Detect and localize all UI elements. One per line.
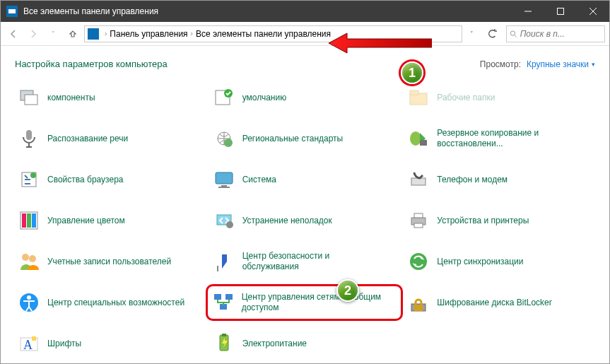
item-power-options[interactable]: Электропитание [210, 328, 401, 359]
item-color-management[interactable]: Управление цветом [15, 205, 206, 236]
default-programs-icon [213, 86, 235, 109]
item-label: Резервное копирование и восстановлени... [437, 128, 578, 149]
item-label: Управление цветом [47, 216, 125, 226]
item-speech[interactable]: Распознавание речи [15, 123, 206, 154]
item-phone-modem[interactable]: Телефон и модем [404, 164, 595, 195]
item-network-sharing-center[interactable]: Центр управления сетями и общим доступом [206, 284, 404, 321]
item-ease-of-access[interactable]: Центр специальных возможностей [15, 287, 206, 318]
svg-point-14 [30, 172, 36, 178]
phone-modem-icon [407, 168, 430, 191]
svg-point-28 [22, 254, 29, 261]
view-choice[interactable]: Крупные значки ▾ [527, 59, 595, 69]
svg-rect-27 [414, 223, 423, 228]
search-box[interactable] [506, 25, 605, 42]
crumb-control-panel[interactable]: Панель управления [110, 29, 187, 39]
search-input[interactable] [520, 29, 602, 39]
svg-rect-30 [217, 266, 218, 271]
nav-back-button[interactable] [5, 25, 22, 42]
annotation-badge-1: 1 [401, 61, 423, 84]
item-label: Региональные стандарты [242, 134, 344, 144]
security-center-icon [213, 250, 235, 273]
item-label: Шифрование диска BitLocker [437, 298, 551, 308]
svg-point-24 [226, 221, 233, 228]
item-system[interactable]: Система [210, 164, 401, 195]
fonts-icon: A [18, 332, 40, 355]
item-label: умолчанию [242, 93, 287, 103]
troubleshooting-icon [213, 209, 235, 232]
item-label: Рабочие папки [437, 93, 495, 103]
item-devices-printers[interactable]: Устройства и принтеры [404, 205, 595, 236]
heading-row: Настройка параметров компьютера Просмотр… [15, 59, 595, 69]
nav-recent-button[interactable]: ˅ [45, 25, 61, 42]
item-region[interactable]: Региональные стандарты [210, 123, 401, 154]
svg-rect-18 [411, 178, 426, 185]
view-label: Просмотр: [480, 59, 521, 69]
system-icon [213, 168, 235, 191]
search-icon [510, 30, 517, 38]
item-user-accounts[interactable]: Учетные записи пользователей [15, 246, 206, 277]
svg-rect-20 [22, 213, 26, 228]
ease-of-access-icon [18, 291, 40, 314]
item-bitlocker[interactable]: Шифрование диска BitLocker [404, 287, 595, 318]
svg-rect-17 [218, 187, 230, 188]
item-backup[interactable]: Резервное копирование и восстановлени... [404, 123, 595, 154]
devices-printers-icon [407, 209, 430, 232]
svg-point-10 [224, 139, 233, 147]
item-work-folders[interactable]: Рабочие папки [404, 82, 595, 113]
item-label: Система [242, 175, 276, 185]
refresh-button[interactable] [483, 25, 500, 42]
item-sync-center[interactable]: Центр синхронизации [404, 246, 595, 277]
svg-point-33 [27, 295, 31, 300]
svg-point-29 [29, 255, 36, 262]
annotation-arrow [326, 30, 432, 56]
minimize-button[interactable] [512, 1, 544, 22]
chevron-right-icon: › [191, 30, 193, 37]
user-accounts-icon [18, 250, 40, 273]
titlebar[interactable]: Все элементы панели управления [1, 1, 609, 22]
item-label: Учетные записи пользователей [47, 257, 171, 267]
svg-point-11 [410, 131, 421, 146]
power-options-icon [213, 332, 235, 355]
item-label: Шрифты [47, 339, 81, 349]
content-area: Настройка параметров компьютера Просмотр… [1, 46, 609, 363]
close-button[interactable] [577, 1, 609, 22]
annotation-badge-2: 2 [336, 279, 359, 302]
svg-point-1 [510, 31, 515, 35]
svg-rect-34 [214, 294, 221, 300]
svg-point-31 [410, 253, 427, 270]
item-label: Телефон и модем [437, 175, 508, 185]
item-label: Центр безопасности и обслуживания [242, 251, 384, 272]
window-title: Все элементы панели управления [23, 6, 512, 16]
item-fonts[interactable]: A Шрифты [15, 328, 206, 359]
color-icon [18, 209, 40, 232]
item-troubleshooting[interactable]: Устранение неполадок [210, 205, 401, 236]
crumb-all-items[interactable]: Все элементы панели управления [196, 29, 331, 39]
maximize-button[interactable] [544, 1, 577, 22]
svg-rect-22 [32, 213, 36, 228]
svg-rect-15 [216, 172, 233, 184]
item-label: Центр управления сетями и общим доступом [242, 292, 383, 313]
badge-text: 1 [409, 66, 416, 81]
address-history-button[interactable]: ˅ [465, 25, 478, 42]
svg-rect-26 [414, 213, 423, 218]
chevron-down-icon: ▾ [592, 61, 595, 68]
work-folders-icon [407, 86, 430, 109]
chevron-right-icon: › [105, 30, 107, 37]
address-bar: ˅ › Панель управления › Все элементы пан… [1, 22, 609, 46]
item-label: Свойства браузера [47, 175, 124, 185]
speech-icon [18, 127, 40, 150]
svg-rect-12 [420, 140, 427, 146]
item-label: Устранение неполадок [242, 216, 332, 226]
nav-up-button[interactable] [64, 25, 81, 42]
nav-forward-button[interactable] [25, 25, 42, 42]
view-choice-text: Крупные значки [527, 59, 589, 69]
item-security-center[interactable]: Центр безопасности и обслуживания [210, 246, 401, 277]
item-internet-options[interactable]: Свойства браузера [15, 164, 206, 195]
internet-options-icon [18, 168, 40, 191]
item-default[interactable]: умолчанию [210, 82, 401, 113]
bitlocker-icon [407, 291, 430, 314]
svg-rect-3 [25, 95, 37, 105]
item-components[interactable]: компоненты [15, 82, 206, 113]
window-frame: Все элементы панели управления ˅ › Панел… [0, 0, 610, 364]
svg-rect-7 [410, 90, 418, 95]
